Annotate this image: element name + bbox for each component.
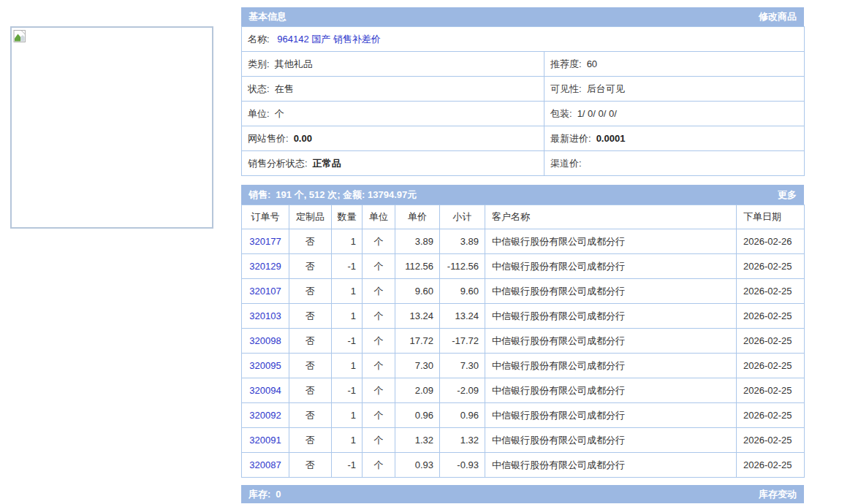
info-row-category: 类别:其他礼品 推荐度:60 [242,52,805,77]
sales-summary: 191 个, 512 次; 金额: 13794.97元 [276,188,417,202]
basic-info-section: 基本信息 修改商品 名称: 964142 国产 销售补差价 类别:其他礼品 推荐… [241,7,804,176]
visibility-label: 可见性: [550,83,582,94]
order-link[interactable]: 320129 [249,261,281,272]
info-row-analysis: 销售分析状态:正常品 渠道价: [242,151,805,176]
sales-row: 320177 否 1 个 3.89 3.89 中信银行股份有限公司成都分行 20… [242,229,805,254]
recommend-label: 推荐度: [550,58,582,69]
sales-section: 销售: 191 个, 512 次; 金额: 13794.97元 更多 订单号 定… [241,185,804,478]
sales-table-header-row: 订单号 定制品 数量 单位 单价 小计 客户名称 下单日期 [242,205,805,229]
sales-row: 320107 否 1 个 9.60 9.60 中信银行股份有限公司成都分行 20… [242,279,805,304]
sales-title: 销售: [248,188,270,202]
sales-row: 320094 否 -1 个 2.09 -2.09 中信银行股份有限公司成都分行 … [242,378,805,403]
basic-info-header: 基本信息 修改商品 [241,7,804,26]
broken-image-icon [13,29,28,44]
basic-info-table: 名称: 964142 国产 销售补差价 类别:其他礼品 推荐度:60 状态:在售… [241,26,805,176]
info-row-price: 网站售价:0.00 最新进价:0.0001 [242,126,805,151]
order-link[interactable]: 320087 [249,459,281,470]
edit-product-link[interactable]: 修改商品 [759,10,797,23]
col-subtotal: 小计 [440,205,485,229]
latest-cost-value: 0.0001 [596,133,626,144]
sales-row: 320091 否 1 个 1.32 1.32 中信银行股份有限公司成都分行 20… [242,428,805,453]
recommend-value: 60 [587,58,597,69]
sales-more-link[interactable]: 更多 [778,188,797,202]
sales-row: 320095 否 1 个 7.30 7.30 中信银行股份有限公司成都分行 20… [242,354,805,378]
sales-row: 320098 否 -1 个 17.72 -17.72 中信银行股份有限公司成都分… [242,329,805,354]
channel-price-label: 渠道价: [550,158,582,169]
product-image-box [10,26,213,229]
visibility-value: 后台可见 [587,83,625,94]
status-value: 在售 [275,83,294,94]
package-label: 包装: [550,108,572,119]
sales-header: 销售: 191 个, 512 次; 金额: 13794.97元 更多 [241,185,804,205]
col-customer: 客户名称 [485,205,737,229]
order-link[interactable]: 320095 [249,360,281,371]
inventory-value: 0 [276,489,281,500]
name-label: 名称: [248,34,270,45]
col-order-id: 订单号 [242,205,289,229]
inventory-label: 库存: [248,488,270,501]
unit-label: 单位: [248,108,270,119]
order-link[interactable]: 320094 [249,385,281,396]
latest-cost-label: 最新进价: [550,133,591,144]
analysis-status-value: 正常品 [313,158,341,169]
order-link[interactable]: 320098 [249,335,281,346]
sales-table: 订单号 定制品 数量 单位 单价 小计 客户名称 下单日期 320177 否 1… [241,205,805,478]
order-link[interactable]: 320092 [249,410,281,421]
category-label: 类别: [248,58,270,69]
product-name-link[interactable]: 964142 国产 销售补差价 [277,34,381,45]
col-qty: 数量 [332,205,363,229]
category-value: 其他礼品 [275,58,313,69]
site-price-value: 0.00 [294,133,312,144]
status-label: 状态: [248,83,270,94]
col-order-date: 下单日期 [737,205,805,229]
order-link[interactable]: 320177 [249,236,281,247]
sales-row: 320092 否 1 个 0.96 0.96 中信银行股份有限公司成都分行 20… [242,403,805,428]
sales-row: 320129 否 -1 个 112.56 -112.56 中信银行股份有限公司成… [242,254,805,279]
analysis-status-label: 销售分析状态: [248,158,308,169]
unit-value: 个 [275,108,284,119]
inventory-changes-link[interactable]: 库存变动 [759,488,797,501]
info-row-unit: 单位:个 包装:1/ 0/ 0/ 0/ [242,102,805,126]
order-link[interactable]: 320091 [249,435,281,446]
product-detail-panel: 基本信息 修改商品 名称: 964142 国产 销售补差价 类别:其他礼品 推荐… [241,7,804,503]
inventory-bar: 库存: 0 库存变动 [241,485,804,503]
basic-info-title: 基本信息 [248,10,287,23]
info-row-status: 状态:在售 可见性:后台可见 [242,77,805,102]
order-link[interactable]: 320107 [249,286,281,297]
site-price-label: 网站售价: [248,133,289,144]
order-link[interactable]: 320103 [249,310,281,321]
sales-row: 320103 否 1 个 13.24 13.24 中信银行股份有限公司成都分行 … [242,304,805,329]
col-unit-price: 单价 [395,205,440,229]
col-custom: 定制品 [289,205,332,229]
package-value: 1/ 0/ 0/ 0/ [577,108,617,119]
name-row: 名称: 964142 国产 销售补差价 [242,27,805,52]
col-unit: 单位 [363,205,395,229]
sales-row: 320087 否 -1 个 0.93 -0.93 中信银行股份有限公司成都分行 … [242,453,805,478]
